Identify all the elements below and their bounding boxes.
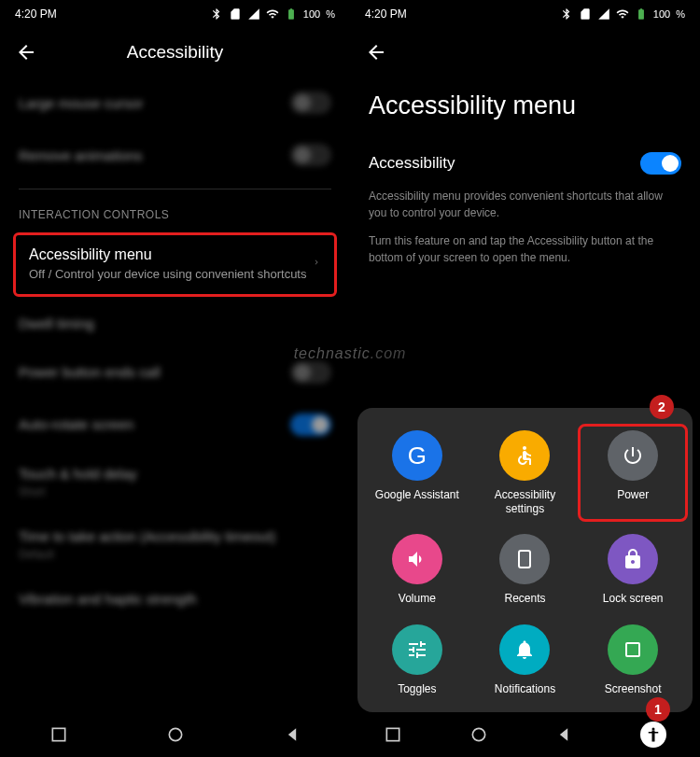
toggle-auto-rotate[interactable] bbox=[290, 414, 331, 436]
toggles-icon bbox=[392, 624, 442, 675]
status-icons: 100% bbox=[560, 7, 685, 21]
status-time: 4:20 PM bbox=[15, 7, 57, 21]
divider bbox=[19, 189, 331, 189]
back-button[interactable] bbox=[365, 41, 387, 63]
description-1: Accessibility menu provides convenient s… bbox=[350, 188, 700, 221]
svg-point-2 bbox=[523, 446, 526, 450]
setting-power-ends-call[interactable]: Power button ends call bbox=[19, 346, 331, 399]
svg-point-7 bbox=[652, 728, 655, 731]
setting-time-action[interactable]: Time to take action (Accessibility timeo… bbox=[19, 513, 331, 576]
status-time: 4:20 PM bbox=[365, 7, 407, 21]
accessibility-panel: 2 G Google Assistant Accessibility setti… bbox=[357, 408, 693, 712]
battery-icon bbox=[635, 7, 648, 21]
toggle-accessibility[interactable] bbox=[640, 152, 681, 175]
setting-dwell-timing[interactable]: Dwell timing bbox=[19, 301, 331, 346]
annotation-badge-1: 1 bbox=[646, 697, 670, 722]
panel-screenshot[interactable]: Screenshot bbox=[581, 621, 685, 699]
panel-notifications[interactable]: Notifications bbox=[473, 621, 578, 699]
assistant-icon: G bbox=[392, 430, 442, 481]
panel-accessibility-settings[interactable]: Accessibility settings bbox=[473, 427, 578, 519]
panel-recents[interactable]: Recents bbox=[473, 530, 578, 609]
nav-accessibility-button[interactable] bbox=[640, 722, 666, 748]
panel-power[interactable]: Power bbox=[578, 424, 688, 522]
header: Accessibility bbox=[0, 28, 350, 77]
annotation-badge-2: 2 bbox=[650, 395, 674, 419]
accessibility-icon bbox=[499, 430, 550, 481]
nav-home-button[interactable] bbox=[166, 725, 185, 744]
nav-back-button[interactable] bbox=[283, 725, 301, 744]
recents-icon bbox=[499, 534, 550, 584]
power-icon bbox=[608, 430, 658, 481]
sim-icon bbox=[229, 7, 242, 21]
setting-label: Vibration and haptic strength bbox=[19, 591, 197, 607]
panel-google-assistant[interactable]: G Google Assistant bbox=[365, 427, 469, 519]
item-subtitle: Off / Control your device using convenie… bbox=[29, 267, 312, 283]
sim-icon bbox=[579, 7, 592, 21]
toggle-label: Accessibility bbox=[369, 154, 455, 173]
item-title: Accessibility menu bbox=[29, 246, 312, 263]
battery-percent: 100 bbox=[303, 8, 320, 20]
page-title: Accessibility bbox=[37, 42, 313, 63]
description-2: Turn this feature on and tap the Accessi… bbox=[350, 232, 700, 266]
svg-point-6 bbox=[472, 728, 484, 740]
nav-recents-button[interactable] bbox=[49, 725, 68, 744]
setting-remove-animations[interactable]: Remove animations bbox=[19, 129, 331, 181]
left-screenshot: 4:20 PM 100% Accessibility Large mouse c… bbox=[0, 0, 350, 757]
volume-icon bbox=[392, 534, 442, 584]
header bbox=[350, 28, 700, 77]
status-bar: 4:20 PM 100% bbox=[0, 0, 350, 28]
setting-label: Large mouse cursor bbox=[19, 95, 143, 111]
nav-bar bbox=[350, 712, 700, 757]
screenshot-icon bbox=[608, 624, 658, 675]
signal-icon bbox=[597, 7, 610, 21]
setting-label: Power button ends call bbox=[19, 364, 161, 380]
battery-icon bbox=[285, 7, 298, 21]
svg-point-1 bbox=[169, 728, 181, 740]
panel-lock-screen[interactable]: Lock screen bbox=[581, 530, 685, 609]
setting-auto-rotate[interactable]: Auto-rotate screen bbox=[19, 399, 331, 451]
wifi-icon bbox=[266, 7, 279, 21]
setting-sublabel: Short bbox=[19, 485, 46, 498]
status-icons: 100% bbox=[210, 7, 335, 21]
panel-volume[interactable]: Volume bbox=[365, 530, 469, 609]
toggle-large-cursor[interactable] bbox=[290, 91, 331, 114]
signal-icon bbox=[247, 7, 260, 21]
panel-toggles[interactable]: Toggles bbox=[365, 621, 469, 699]
setting-label: Time to take action (Accessibility timeo… bbox=[19, 528, 275, 544]
nav-home-button[interactable] bbox=[469, 725, 488, 744]
bluetooth-icon bbox=[560, 7, 573, 21]
right-screenshot: 4:20 PM 100% Accessibility menu Accessib… bbox=[350, 0, 700, 757]
setting-vibration[interactable]: Vibration and haptic strength bbox=[19, 576, 331, 622]
svg-rect-5 bbox=[386, 728, 399, 740]
accessibility-toggle-row[interactable]: Accessibility bbox=[350, 139, 700, 188]
svg-rect-3 bbox=[519, 551, 530, 568]
status-bar: 4:20 PM 100% bbox=[350, 0, 700, 28]
lock-icon bbox=[608, 534, 658, 584]
setting-large-cursor[interactable]: Large mouse cursor bbox=[19, 77, 331, 129]
chevron-right-icon bbox=[312, 255, 321, 273]
section-header: INTERACTION CONTROLS bbox=[19, 197, 331, 229]
setting-sublabel: Default bbox=[19, 548, 54, 561]
svg-rect-0 bbox=[52, 728, 64, 740]
page-title: Accessibility menu bbox=[350, 77, 700, 139]
setting-label: Dwell timing bbox=[19, 315, 94, 331]
nav-bar bbox=[0, 712, 350, 757]
accessibility-menu-item[interactable]: Accessibility menu Off / Control your de… bbox=[13, 232, 337, 297]
setting-touch-hold[interactable]: Touch & hold delay Short bbox=[19, 451, 331, 513]
setting-label: Auto-rotate screen bbox=[19, 416, 133, 432]
bell-icon bbox=[499, 624, 550, 675]
battery-percent: 100 bbox=[653, 8, 670, 20]
bluetooth-icon bbox=[210, 7, 223, 21]
wifi-icon bbox=[616, 7, 629, 21]
back-button[interactable] bbox=[15, 41, 37, 63]
toggle-power-ends-call[interactable] bbox=[290, 361, 331, 384]
svg-rect-4 bbox=[626, 643, 639, 656]
setting-label: Touch & hold delay bbox=[19, 466, 137, 482]
nav-back-button[interactable] bbox=[554, 725, 573, 744]
toggle-remove-animations[interactable] bbox=[290, 144, 331, 166]
nav-recents-button[interactable] bbox=[384, 725, 402, 744]
setting-label: Remove animations bbox=[19, 147, 143, 163]
